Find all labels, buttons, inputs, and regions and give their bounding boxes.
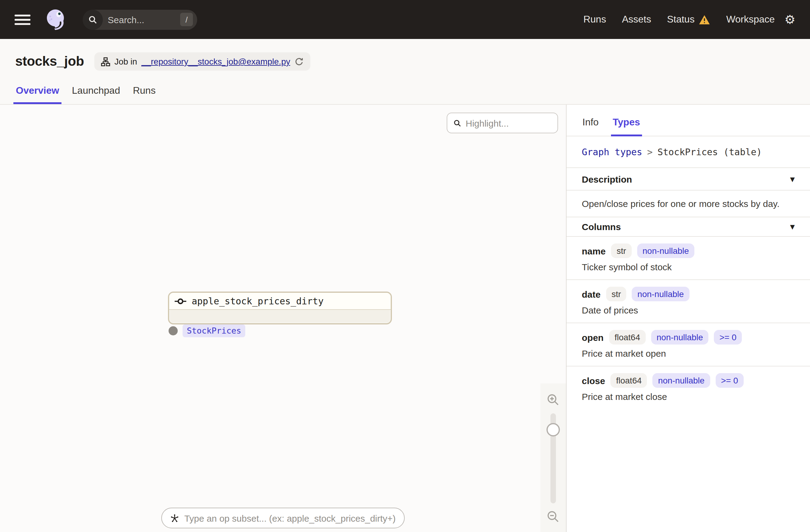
column-row-open: open float64 non-nullable >= 0 Price at … <box>567 323 810 367</box>
description-text: Open/close prices for one or more stocks… <box>567 191 810 217</box>
job-badge-prefix: Job in <box>114 57 137 66</box>
sidebar-tabs: Info Types <box>567 105 810 136</box>
op-icon <box>175 296 187 306</box>
top-navbar: / Runs Assets Status Workspace ⚙ <box>0 0 810 39</box>
job-origin-badge: Job in __repository__stocks_job@example.… <box>94 52 310 70</box>
op-node-apple-stock-prices-dirty[interactable]: apple_stock_prices_dirty <box>168 292 392 324</box>
constraint-pill: non-nullable <box>637 243 695 258</box>
output-type-badge[interactable]: StockPrices <box>182 324 246 337</box>
nav-item-runs[interactable]: Runs <box>583 14 606 25</box>
description-section-header[interactable]: Description ▼ <box>567 168 810 191</box>
search-icon <box>83 10 103 30</box>
search-icon <box>453 118 461 128</box>
nav-links: Runs Assets Status Workspace <box>583 14 775 25</box>
page-title: stocks_job <box>15 53 84 69</box>
type-pill: float64 <box>611 373 647 388</box>
zoom-controls <box>540 384 566 532</box>
breadcrumb-graph-types-link[interactable]: Graph types <box>582 146 642 157</box>
op-node-label: apple_stock_prices_dirty <box>192 295 324 306</box>
constraint-pill: >= 0 <box>715 373 743 388</box>
output-port-dot <box>168 326 178 335</box>
gear-icon[interactable]: ⚙ <box>784 13 795 26</box>
highlight-search[interactable] <box>447 113 558 133</box>
hamburger-menu-icon[interactable] <box>15 14 30 25</box>
type-pill: str <box>606 287 627 301</box>
constraint-pill: non-nullable <box>653 373 710 388</box>
zoom-slider-thumb[interactable] <box>547 423 560 436</box>
nav-item-assets[interactable]: Assets <box>622 14 651 25</box>
tab-runs[interactable]: Runs <box>132 85 157 104</box>
dagster-logo-icon[interactable] <box>44 7 68 32</box>
reload-icon[interactable] <box>294 57 304 66</box>
type-info-sidebar: Info Types Graph types > StockPrices (ta… <box>566 105 810 532</box>
op-selector-icon <box>170 513 179 523</box>
type-breadcrumb: Graph types > StockPrices (table) <box>567 136 810 168</box>
constraint-pill: non-nullable <box>651 330 709 344</box>
chevron-down-icon: ▼ <box>790 223 795 230</box>
column-row-date: date str non-nullable Date of prices <box>567 280 810 323</box>
sidebar-tab-info[interactable]: Info <box>582 117 599 136</box>
tab-overview[interactable]: Overview <box>15 85 60 104</box>
op-node-body <box>169 310 391 323</box>
op-graph-canvas[interactable]: apple_stock_prices_dirty StockPrices <box>0 105 566 532</box>
job-file-link[interactable]: __repository__stocks_job@example.py <box>142 57 290 66</box>
search-input[interactable] <box>103 14 180 25</box>
zoom-out-button[interactable] <box>547 510 560 523</box>
constraint-pill: non-nullable <box>632 287 690 301</box>
zoom-in-button[interactable] <box>547 393 560 407</box>
nav-item-workspace[interactable]: Workspace <box>726 14 775 25</box>
page-header: stocks_job Job in __repository__stocks_j… <box>0 39 810 105</box>
chevron-down-icon: ▼ <box>790 176 795 182</box>
op-subset-filter[interactable] <box>161 507 405 528</box>
type-pill: float64 <box>609 330 646 344</box>
sidebar-tab-types[interactable]: Types <box>612 117 641 136</box>
breadcrumb-current: StockPrices (table) <box>658 146 762 157</box>
job-graph-icon <box>101 57 110 66</box>
global-search[interactable]: / <box>83 10 197 30</box>
warning-triangle-icon <box>699 14 711 25</box>
column-row-close: close float64 non-nullable >= 0 Price at… <box>567 367 810 409</box>
page-tabs: Overview Launchpad Runs <box>15 85 156 104</box>
search-shortcut-key: / <box>180 13 193 26</box>
op-subset-input[interactable] <box>184 513 396 523</box>
nav-item-status[interactable]: Status <box>667 14 711 25</box>
highlight-input[interactable] <box>466 118 551 128</box>
type-pill: str <box>611 243 631 258</box>
breadcrumb-separator: > <box>647 146 653 157</box>
dagster-app: / Runs Assets Status Workspace ⚙ stocks_… <box>0 0 810 532</box>
constraint-pill: >= 0 <box>714 330 742 344</box>
columns-section-header[interactable]: Columns ▼ <box>567 217 810 237</box>
tab-launchpad[interactable]: Launchpad <box>71 85 120 104</box>
column-row-name: name str non-nullable Ticker symbol of s… <box>567 237 810 280</box>
